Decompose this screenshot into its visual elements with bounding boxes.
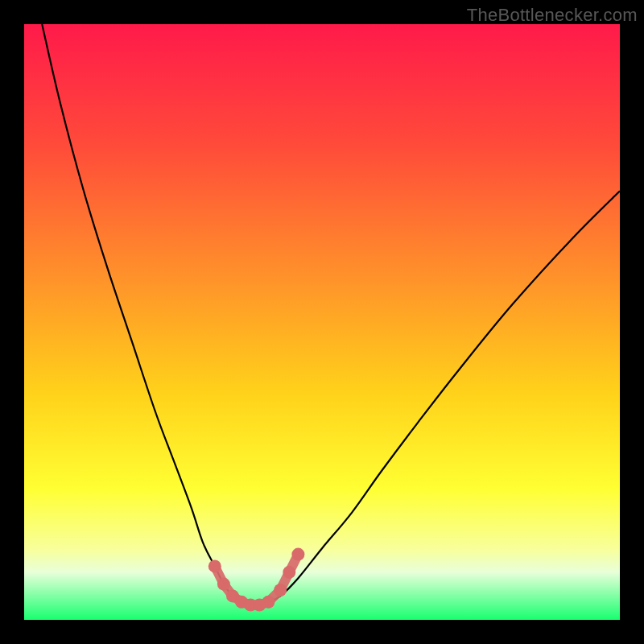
watermark-text: TheBottlenecker.com [467, 5, 638, 26]
data-marker [291, 548, 304, 561]
data-marker [283, 566, 295, 579]
data-marker [262, 596, 275, 609]
data-marker [208, 559, 221, 572]
gradient-background [24, 24, 620, 620]
data-marker [274, 584, 287, 597]
chart-frame: TheBottlenecker.com [0, 0, 644, 644]
plot-area [24, 24, 620, 620]
bottleneck-chart [24, 24, 620, 620]
data-marker [217, 578, 230, 591]
